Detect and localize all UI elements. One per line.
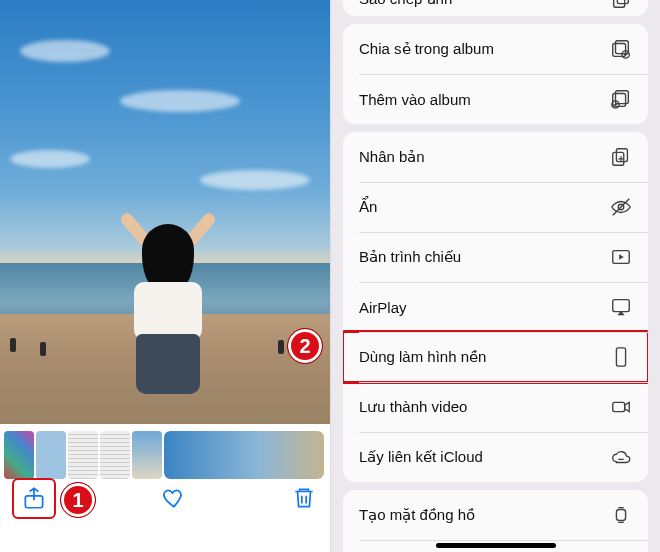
action-label: Dùng làm hình nền xyxy=(359,348,486,366)
trash-icon xyxy=(291,485,317,511)
photo-subject xyxy=(110,204,220,424)
share-button[interactable] xyxy=(12,478,56,519)
action-save-video[interactable]: Lưu thành video xyxy=(343,382,648,432)
video-icon xyxy=(608,394,634,420)
thumbnail[interactable] xyxy=(100,431,130,479)
action-watchface[interactable]: Tạo mặt đồng hồ xyxy=(343,490,648,540)
action-label: Thêm vào album xyxy=(359,91,471,108)
svg-rect-15 xyxy=(613,402,625,411)
add-album-icon xyxy=(608,86,634,112)
photo-cloud xyxy=(10,150,90,168)
shared-album-icon xyxy=(608,36,634,62)
photos-app-left: 1 2 xyxy=(0,0,330,552)
photo-cloud xyxy=(20,40,110,62)
share-sheet: Sao chép ảnh Chia sẻ trong album Thêm và… xyxy=(330,0,660,552)
thumbnail-strip[interactable] xyxy=(2,430,328,480)
action-label: Ẩn xyxy=(359,198,377,216)
photo-cloud xyxy=(120,90,240,112)
annotation-step-2: 2 xyxy=(287,328,323,364)
screenshot-container: 1 2 Sao chép ảnh Chia sẻ trong album Thê… xyxy=(0,0,660,552)
bottom-toolbar xyxy=(0,474,330,522)
annotation-step-1: 1 xyxy=(60,482,96,518)
watch-icon xyxy=(608,502,634,528)
copy-icon xyxy=(608,0,634,12)
svg-rect-3 xyxy=(616,41,629,54)
slideshow-icon xyxy=(608,244,634,270)
action-label: Lưu thành video xyxy=(359,398,467,416)
action-airplay[interactable]: AirPlay xyxy=(343,282,648,332)
delete-button[interactable] xyxy=(290,484,318,512)
action-hide[interactable]: Ẩn xyxy=(343,182,648,232)
action-label: Sao chép ảnh xyxy=(359,0,452,8)
favorite-button[interactable] xyxy=(159,484,187,512)
action-group-album: Chia sẻ trong album Thêm vào album xyxy=(343,24,648,124)
action-group-main: Nhân bản Ẩn Bản trình chiếu AirPlay Dùng… xyxy=(343,132,648,482)
photo-cloud xyxy=(200,170,310,190)
photo-figure xyxy=(40,342,46,356)
svg-rect-14 xyxy=(616,348,625,366)
phone-icon xyxy=(608,344,634,370)
thumbnail[interactable] xyxy=(36,431,66,479)
action-label: Lấy liên kết iCloud xyxy=(359,448,483,466)
action-duplicate[interactable]: Nhân bản xyxy=(343,132,648,182)
svg-rect-13 xyxy=(613,300,630,312)
hide-icon xyxy=(608,194,634,220)
svg-rect-9 xyxy=(616,149,627,162)
action-copy-photo[interactable]: Sao chép ảnh xyxy=(343,0,648,16)
action-wallpaper[interactable]: Dùng làm hình nền xyxy=(343,332,648,382)
thumbnail-selected[interactable] xyxy=(164,431,324,479)
photo-figure xyxy=(278,340,284,354)
photo-viewer[interactable] xyxy=(0,0,330,424)
svg-rect-4 xyxy=(613,44,626,57)
action-slideshow[interactable]: Bản trình chiếu xyxy=(343,232,648,282)
svg-rect-1 xyxy=(617,0,628,4)
action-add-album[interactable]: Thêm vào album xyxy=(343,74,648,124)
action-label: Chia sẻ trong album xyxy=(359,40,494,58)
duplicate-icon xyxy=(608,144,634,170)
heart-icon xyxy=(160,485,186,511)
airplay-icon xyxy=(608,294,634,320)
thumbnail[interactable] xyxy=(132,431,162,479)
thumbnail[interactable] xyxy=(68,431,98,479)
home-indicator[interactable] xyxy=(436,543,556,548)
share-icon xyxy=(20,484,48,512)
photo-figure xyxy=(10,338,16,352)
action-group-top: Sao chép ảnh xyxy=(343,0,648,16)
action-icloud-link[interactable]: Lấy liên kết iCloud xyxy=(343,432,648,482)
action-label: Tạo mặt đồng hồ xyxy=(359,506,475,524)
cloud-link-icon xyxy=(608,444,634,470)
action-label: Bản trình chiếu xyxy=(359,248,461,266)
action-label: AirPlay xyxy=(359,299,407,316)
svg-rect-16 xyxy=(616,510,625,521)
action-label: Nhân bản xyxy=(359,148,425,166)
action-share-album[interactable]: Chia sẻ trong album xyxy=(343,24,648,74)
thumbnail[interactable] xyxy=(4,431,34,479)
